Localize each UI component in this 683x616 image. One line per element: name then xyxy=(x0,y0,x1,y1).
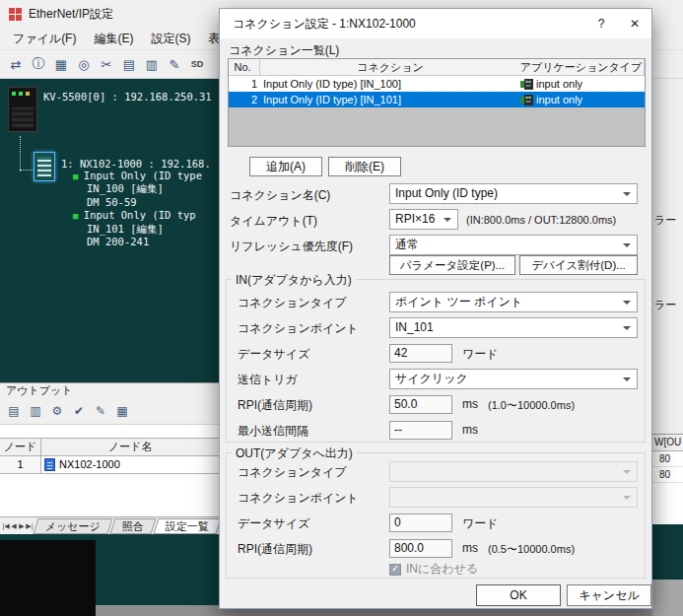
bottom-right-gray-block xyxy=(652,580,683,616)
menu-file[interactable]: ファイル(F) xyxy=(4,29,85,49)
out-connection-type-select xyxy=(389,461,638,482)
first-tab-button[interactable]: |◀ xyxy=(2,518,10,534)
cut-icon[interactable]: ✂ xyxy=(96,53,117,75)
refresh-priority-label: リフレッシュ優先度(F) xyxy=(230,239,353,255)
tab-compare[interactable]: 照合 xyxy=(109,518,156,534)
out-rpi-input[interactable]: 800.0 xyxy=(389,539,452,558)
min-send-interval-label: 最小送信間隔 xyxy=(238,423,308,440)
paste-icon[interactable]: ▥ xyxy=(141,53,163,75)
check-icon[interactable]: ✔ xyxy=(69,401,89,421)
timeout-note: (IN:800.0ms / OUT:12800.0ms) xyxy=(466,214,616,226)
tree-item-dm200[interactable]: DM 200-241 xyxy=(73,236,202,248)
sd-icon[interactable]: SD xyxy=(186,53,208,75)
input-only-icon xyxy=(520,79,533,90)
connection-name-select[interactable]: Input Only (ID type) xyxy=(389,183,638,204)
monitor-icon[interactable]: ◎ xyxy=(73,53,95,75)
edit-icon[interactable]: ✎ xyxy=(91,401,110,421)
prev-tab-button[interactable]: ◀ xyxy=(10,518,18,534)
delete-button[interactable]: 削除(E) xyxy=(328,157,401,176)
dialog-title: コネクション設定 - 1:NX102-1000 xyxy=(220,16,584,33)
right-text-fragment-2: ラー xyxy=(654,298,676,312)
node-number-cell: 1 xyxy=(0,456,41,474)
kv5500-device-icon[interactable] xyxy=(8,87,37,132)
refresh-priority-select[interactable]: 通常 xyxy=(389,235,638,255)
node-table: ノード ノード名 1 NX102-1000 xyxy=(0,438,219,474)
out-rpi-unit: ms xyxy=(462,541,478,555)
checkbox-checked-icon xyxy=(389,564,401,576)
kv5500-label[interactable]: KV-5500[0] : 192.168.250.31 xyxy=(43,91,212,103)
col-no[interactable]: No. xyxy=(229,59,260,76)
in-group-legend: IN(アダプタから入力) xyxy=(232,272,356,289)
table-icon[interactable]: ▦ xyxy=(112,401,132,421)
right-table-sliver: W[OU 80 80 xyxy=(652,434,683,524)
node-name-col-header: ノード名 xyxy=(41,439,219,456)
col-application-type[interactable]: アプリケーションタイプ xyxy=(518,59,645,76)
copy-icon[interactable]: ▤ xyxy=(4,401,24,421)
gear-icon[interactable]: ⚙ xyxy=(47,401,67,421)
connect-icon[interactable]: ⇄ xyxy=(5,53,27,75)
output-panel-caption: アウトプット xyxy=(0,382,219,398)
grid-icon[interactable]: ▦ xyxy=(50,53,72,75)
out-data-size-unit: ワード xyxy=(462,515,499,532)
tab-settings-list[interactable]: 設定一覧 xyxy=(153,518,221,534)
menu-settings[interactable]: 設定(S) xyxy=(142,29,199,49)
in-data-size-unit: ワード xyxy=(462,346,499,363)
add-button[interactable]: 追加(A) xyxy=(249,157,322,176)
list-item-selected[interactable]: 2 Input Only (ID type) [IN_101] input on… xyxy=(229,92,645,107)
main-window-title: EtherNet/IP設定 xyxy=(29,6,113,23)
out-rpi-range: (0.5〜10000.0ms) xyxy=(488,542,575,557)
in-rpi-range: (1.0〜10000.0ms) xyxy=(488,398,575,413)
tree-item-input-only-1[interactable]: Input Only (ID type xyxy=(73,170,202,182)
output-toolbar: ▤ ▥ ⚙ ✔ ✎ ▦ xyxy=(0,398,219,424)
edit-icon[interactable]: ✎ xyxy=(164,53,185,75)
help-button[interactable]: ? xyxy=(584,9,618,38)
tree-item-input-only-2[interactable]: Input Only (ID typ xyxy=(73,209,202,222)
min-send-interval-input[interactable]: -- xyxy=(389,421,452,440)
timeout-select[interactable]: RPI×16 xyxy=(389,209,458,230)
close-icon[interactable]: ✕ xyxy=(618,9,651,38)
out-connection-type-label: コネクションタイプ xyxy=(238,464,347,481)
connection-name-label: コネクション名(C) xyxy=(230,187,330,204)
ok-button[interactable]: OK xyxy=(476,584,561,606)
device-assign-button[interactable]: デバイス割付(D)... xyxy=(519,255,638,275)
in-rpi-input[interactable]: 50.0 xyxy=(389,395,452,414)
out-rpi-label: RPI(通信周期) xyxy=(238,541,312,558)
match-in-checkbox-label: INに合わせる xyxy=(406,561,478,578)
node-list-panel: ノード ノード名 1 NX102-1000 xyxy=(0,424,219,516)
list-item[interactable]: 1 Input Only (ID type) [IN_100] input on… xyxy=(229,76,645,92)
right-table-header: W[OU xyxy=(652,435,683,451)
tree-item-in100[interactable]: IN_100 [編集] xyxy=(73,182,202,195)
tree-item-in101[interactable]: IN_101 [編集] xyxy=(73,223,202,236)
col-connection[interactable]: コネクション xyxy=(260,59,518,76)
menu-edit[interactable]: 編集(E) xyxy=(85,29,142,49)
out-connection-point-select xyxy=(389,487,638,508)
in-connection-point-label: コネクションポイント xyxy=(238,320,359,337)
node-name-cell: NX102-1000 xyxy=(41,456,219,474)
out-data-size-input[interactable]: 0 xyxy=(389,513,452,532)
next-tab-button[interactable]: ▶ xyxy=(18,518,26,534)
min-send-interval-unit: ms xyxy=(462,423,478,437)
tab-message[interactable]: メッセージ xyxy=(33,518,112,534)
connection-list: No. コネクション アプリケーションタイプ 1 Input Only (ID … xyxy=(228,58,646,147)
info-icon[interactable]: ⓘ xyxy=(28,53,49,75)
nx102-device-icon[interactable] xyxy=(34,152,55,181)
table-row[interactable]: 1 NX102-1000 xyxy=(0,456,219,474)
nx102-label[interactable]: 1: NX102-1000 : 192.168. xyxy=(61,158,211,170)
in-connection-point-select[interactable]: IN_101 xyxy=(389,317,638,338)
bottom-left-dark-block xyxy=(0,540,96,616)
cancel-button[interactable]: キャンセル xyxy=(567,584,651,606)
tree-item-dm50[interactable]: DM 50-59 xyxy=(73,196,202,209)
connection-list-header: No. コネクション アプリケーションタイプ xyxy=(229,59,645,76)
parameter-settings-button[interactable]: パラメータ設定(P)... xyxy=(389,255,515,275)
in-rpi-label: RPI(通信周期) xyxy=(238,397,312,414)
bottom-tab-strip: |◀ ◀ ▶ ▶| メッセージ 照合 設定一覧 xyxy=(0,516,219,534)
paste-icon[interactable]: ▥ xyxy=(26,401,45,421)
node-name-text: NX102-1000 xyxy=(59,456,120,473)
last-tab-button[interactable]: ▶| xyxy=(26,518,34,534)
connection-settings-dialog: コネクション設定 - 1:NX102-1000 ? ✕ コネクション一覧(L) … xyxy=(219,8,652,609)
send-trigger-select[interactable]: サイクリック xyxy=(389,369,638,389)
copy-icon[interactable]: ▤ xyxy=(118,53,140,75)
in-data-size-input[interactable]: 42 xyxy=(389,344,452,363)
in-connection-type-select[interactable]: ポイント ツー ポイント xyxy=(389,292,638,312)
right-text-fragment-1: ラー xyxy=(654,213,676,228)
